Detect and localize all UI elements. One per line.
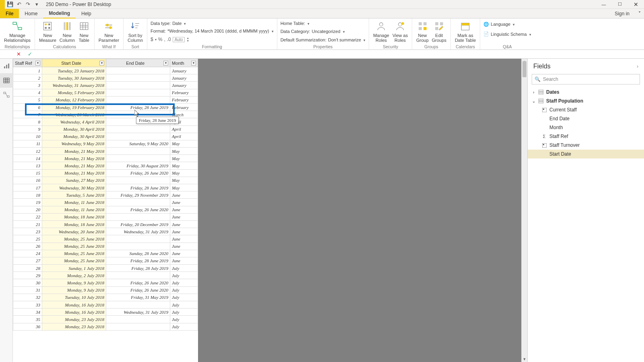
cell-month[interactable]: June (170, 257, 198, 264)
cell-staff-ref[interactable]: 9 (13, 125, 42, 133)
new-parameter-button[interactable]: NewParameter (97, 19, 121, 43)
table-row[interactable]: 31Monday, 9 July 2018Friday, 26 June 202… (13, 286, 198, 294)
table-row[interactable]: 22Monday, 18 June 2018June (13, 213, 198, 220)
col-header-end-date[interactable]: End Date▾ (106, 59, 170, 67)
cell-month[interactable]: July (170, 265, 198, 272)
cell-start-date[interactable]: Monday, 21 May 2018 (42, 148, 106, 155)
data-type-dropdown[interactable]: Data type: Date (150, 21, 275, 26)
cell-month[interactable]: February (170, 103, 198, 111)
fields-column-end-date[interactable]: End Date (528, 114, 644, 123)
table-row[interactable]: 16Sunday, 27 May 2018May (13, 177, 198, 184)
new-group-button[interactable]: NewGroup (415, 19, 430, 43)
table-row[interactable]: 17Wednesday, 30 May 2018Friday, 28 June … (13, 184, 198, 191)
table-row[interactable]: 36Monday, 23 July 2018July (13, 323, 198, 330)
cell-staff-ref[interactable]: 31 (13, 286, 42, 294)
cell-staff-ref[interactable]: 6 (13, 103, 42, 111)
cell-end-date[interactable] (106, 96, 170, 103)
cell-start-date[interactable]: Wednesday, 4 April 2018 (42, 118, 106, 125)
cell-staff-ref[interactable]: 15 (13, 169, 42, 177)
cell-month[interactable]: June (170, 235, 198, 243)
cell-start-date[interactable]: Monday, 30 April 2018 (42, 125, 106, 133)
cell-end-date[interactable]: Friday, 28 June 2019 (106, 103, 170, 111)
cell-end-date[interactable] (106, 82, 170, 89)
chevron-down-icon[interactable]: ▾ (99, 61, 104, 66)
cell-end-date[interactable]: Friday, 26 June 2020 (106, 279, 170, 286)
cell-start-date[interactable]: Monday, 30 April 2018 (42, 133, 106, 140)
cell-end-date[interactable]: Friday, 29 November 2019 (106, 191, 170, 199)
manage-relationships-button[interactable]: ManageRelationships (2, 19, 32, 43)
language-dropdown[interactable]: 🌐 Language (483, 21, 532, 27)
cell-month[interactable]: January (170, 67, 198, 74)
table-row[interactable]: 32Tuesday, 10 July 2018Friday, 31 May 20… (13, 294, 198, 301)
cell-end-date[interactable] (106, 133, 170, 140)
chevron-down-icon[interactable]: ▾ (35, 61, 40, 66)
cell-staff-ref[interactable]: 10 (13, 133, 42, 140)
chevron-down-icon[interactable]: ▾ (163, 61, 168, 66)
cell-end-date[interactable] (106, 323, 170, 330)
currency-button[interactable]: $ (151, 37, 153, 42)
maximize-button[interactable]: ☐ (612, 0, 628, 9)
cell-start-date[interactable]: Monday, 11 June 2018 (42, 206, 106, 213)
table-row[interactable]: 23Wednesday, 20 June 2018Wednesday, 31 J… (13, 228, 198, 235)
decimals-button[interactable]: .0 (167, 37, 171, 42)
cell-start-date[interactable]: Tuesday, 23 January 2018 (42, 67, 106, 74)
cell-staff-ref[interactable]: 1 (13, 67, 42, 74)
cell-start-date[interactable]: Wednesday, 20 June 2018 (42, 228, 106, 235)
cell-end-date[interactable]: Saturday, 9 May 2020 (106, 140, 170, 147)
cell-staff-ref[interactable]: 19 (13, 199, 42, 206)
cell-end-date[interactable] (106, 118, 170, 125)
cell-month[interactable]: June (170, 250, 198, 257)
cell-staff-ref[interactable]: 33 (13, 301, 42, 309)
spin-up-icon[interactable]: ▲ (186, 37, 189, 39)
cell-month[interactable]: January (170, 74, 198, 82)
fields-column-month[interactable]: Month (528, 123, 644, 132)
cell-end-date[interactable] (106, 89, 170, 96)
cell-end-date[interactable] (106, 177, 170, 184)
cell-end-date[interactable] (106, 301, 170, 309)
table-row[interactable]: 33Monday, 16 July 2018July (13, 301, 198, 309)
cell-month[interactable]: July (170, 301, 198, 309)
cell-end-date[interactable]: Friday, 26 June 2020 (106, 286, 170, 294)
cell-start-date[interactable]: Wednesday, 28 March 2018 (42, 111, 106, 118)
cell-staff-ref[interactable]: 30 (13, 279, 42, 286)
new-table-button[interactable]: NewTable (76, 19, 92, 43)
cell-start-date[interactable]: Monday, 21 May 2018 (42, 155, 106, 162)
cell-staff-ref[interactable]: 16 (13, 177, 42, 184)
cell-end-date[interactable] (106, 74, 170, 82)
table-row[interactable]: 5Monday, 12 February 2018February (13, 96, 198, 103)
expand-icon[interactable]: › (637, 64, 638, 69)
fields-table-staff-population[interactable]: ⌄Staff Population (528, 97, 644, 105)
table-row[interactable]: 30Monday, 9 July 2018Friday, 26 June 202… (13, 279, 198, 286)
cell-staff-ref[interactable]: 17 (13, 184, 42, 191)
table-row[interactable]: 12Monday, 21 May 2018May (13, 148, 198, 155)
report-view-button[interactable] (0, 59, 13, 73)
cell-start-date[interactable]: Monday, 5 February 2018 (42, 89, 106, 96)
tab-help[interactable]: Help (76, 9, 97, 18)
save-icon[interactable]: 💾 (7, 2, 13, 7)
cell-end-date[interactable]: Friday, 28 June 2019 (106, 184, 170, 191)
cell-start-date[interactable]: Monday, 21 May 2018 (42, 169, 106, 177)
cell-start-date[interactable]: Wednesday, 9 May 2018 (42, 140, 106, 147)
fields-search-input[interactable]: 🔍 Search (532, 74, 640, 84)
cell-staff-ref[interactable]: 27 (13, 257, 42, 264)
formula-accept-button[interactable]: ✓ (26, 50, 34, 58)
cell-end-date[interactable]: Friday, 26 June 2020 (106, 206, 170, 213)
cell-month[interactable]: May (170, 169, 198, 177)
cell-staff-ref[interactable]: 2 (13, 74, 42, 82)
table-row[interactable]: 13Monday, 21 May 2018Friday, 30 August 2… (13, 162, 198, 169)
cell-start-date[interactable]: Monday, 25 June 2018 (42, 243, 106, 250)
close-button[interactable]: ✕ (628, 0, 644, 9)
table-row[interactable]: 27Monday, 25 June 2018Friday, 28 June 20… (13, 257, 198, 264)
cell-start-date[interactable]: Sunday, 27 May 2018 (42, 177, 106, 184)
vertical-scrollbar[interactable]: ▲ ▼ (521, 59, 527, 362)
cell-end-date[interactable] (106, 125, 170, 133)
cell-end-date[interactable] (106, 213, 170, 220)
cell-start-date[interactable]: Monday, 21 May 2018 (42, 162, 106, 169)
cell-staff-ref[interactable]: 18 (13, 191, 42, 199)
table-row[interactable]: 26Monday, 25 June 2018June (13, 243, 198, 250)
cell-month[interactable]: June (170, 191, 198, 199)
cell-month[interactable]: June (170, 243, 198, 250)
col-header-start-date[interactable]: Start Date▾ (42, 59, 106, 67)
signin-link[interactable]: Sign in (609, 9, 635, 18)
cell-month[interactable]: March (170, 111, 198, 118)
